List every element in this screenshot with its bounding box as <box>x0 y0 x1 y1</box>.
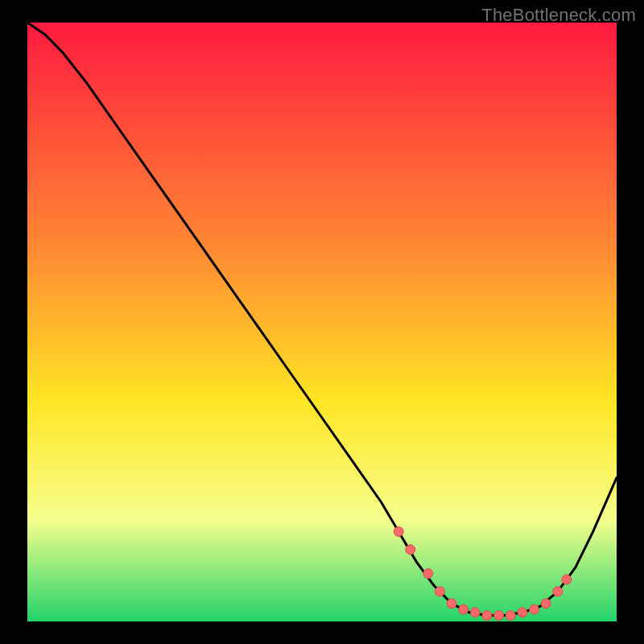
marker-point <box>394 526 403 536</box>
plot-background <box>27 23 617 621</box>
marker-point <box>482 611 492 621</box>
marker-point <box>459 605 469 614</box>
right-frame <box>617 0 644 644</box>
marker-point <box>494 611 504 621</box>
marker-point <box>506 611 515 621</box>
left-frame <box>0 0 27 644</box>
marker-point <box>541 599 551 609</box>
marker-point <box>423 569 433 579</box>
marker-point <box>518 608 527 617</box>
attribution-text: TheBottleneck.com <box>481 5 636 26</box>
bottleneck-chart <box>0 0 644 644</box>
marker-point <box>406 545 415 555</box>
bottom-frame <box>0 621 644 644</box>
marker-point <box>562 575 572 584</box>
marker-point <box>530 605 539 614</box>
marker-point <box>435 587 444 597</box>
marker-point <box>470 608 480 617</box>
marker-point <box>553 587 563 597</box>
marker-point <box>447 599 456 609</box>
